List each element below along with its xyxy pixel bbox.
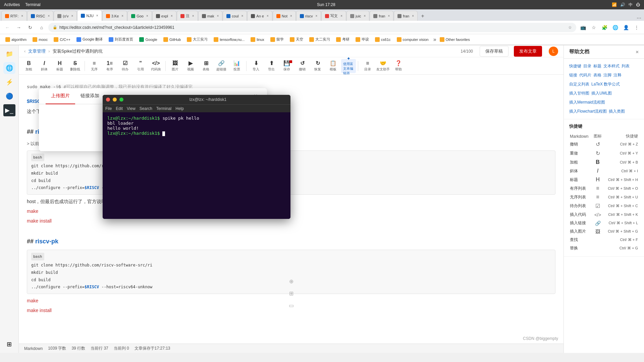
toolbar-ordered[interactable]: 1≡ 有序 [102,59,117,73]
tab-extras-icon[interactable]: ⋯ [637,15,641,21]
bookmark-cs61c[interactable]: cs61c [372,36,393,44]
toolbar-template[interactable]: 📋 模板 [326,59,340,73]
user-avatar[interactable]: L [549,47,558,56]
toolbar-save[interactable]: 💾 保存 [279,59,294,73]
right-link-toc[interactable]: 目录 [583,63,591,70]
tab-goog[interactable]: Goo × [127,11,152,21]
toolbar-upload[interactable]: 📊 投票 [229,59,244,73]
tab-close-rtf[interactable]: × [21,14,23,18]
bookmark-cv[interactable]: computer vision [394,36,431,44]
terminal-minimize-button[interactable] [113,98,117,102]
tab-risc[interactable]: RISC × [27,11,53,21]
toolbar-use-classic[interactable]: ✦ 使用富文本编辑器 [341,59,356,73]
right-link-shortcuts[interactable]: 快捷键 [569,63,581,70]
toolbar-heading[interactable]: H 标题 [52,59,67,73]
home-button[interactable]: ⌂ [37,23,46,32]
tab-close-icon1[interactable]: × [192,14,194,18]
toolbar-strikethrough[interactable]: S 删除线 [68,59,83,73]
right-link-latex[interactable]: LaTeX 数学公式 [591,81,620,88]
upload-tab-image[interactable]: 上传图片 [46,88,75,104]
sidebar-vscode-icon[interactable]: ⚡ [3,76,15,88]
bookmark-daer[interactable]: 大二实习 [307,36,333,44]
toolbar-undo[interactable]: ↺ 撤销 [295,59,310,73]
extension-button[interactable]: 🧩 [600,23,609,32]
terminal-menu-search[interactable]: Search [140,106,152,111]
toolbar-code-block[interactable]: </> 代码块 [149,59,163,73]
tab-nju[interactable]: NJU × [77,10,102,21]
toolbar-friend-help[interactable]: 🤝 友文助手 [376,59,390,73]
right-link-comment[interactable]: 注释 [613,72,622,79]
translate-button[interactable]: 🌐 [610,23,620,32]
bookmark-cpp[interactable]: C/C++ [51,36,73,44]
bookmark-tiankong[interactable]: 天空 [287,36,306,44]
tab-expl[interactable]: expl × [152,11,176,21]
tab-riscv[interactable]: riscv × [296,11,321,21]
sidebar-apps-icon[interactable]: ⊞ [3,338,15,350]
toolbar-italic[interactable]: I 斜体 [37,59,52,73]
tab-close-not[interactable]: × [290,14,292,18]
tab-close-writing[interactable]: × [340,14,342,18]
tab-close-expl[interactable]: × [171,14,173,18]
bookmark-other[interactable]: Other favorites [437,36,473,44]
bookmark-google-translate[interactable]: Google 翻译 [74,36,106,44]
right-link-custom-list[interactable]: 自定义列表 [569,81,589,88]
tab-mak[interactable]: mak × [198,11,223,21]
menu-button[interactable]: ⋮ [632,23,641,32]
right-link-code[interactable]: 代码片 [579,72,591,79]
right-link-link[interactable]: 链接 [569,72,577,79]
back-button[interactable]: ← [3,23,12,32]
terminal-body[interactable]: lzx@lzx:~/harddisk1$ spike pk hello bbl … [103,112,290,219]
publish-button[interactable]: 发布文章 [514,46,542,57]
sidebar-browser-icon[interactable]: 🌐 [3,62,15,74]
save-draft-button[interactable]: 保存草稿 [480,46,508,57]
tab-close-paren[interactable]: × [71,14,73,18]
tab-close-risc[interactable]: × [48,14,50,18]
right-link-text-style[interactable]: 文本样式 [603,63,620,70]
tab-close-goog[interactable]: × [146,14,148,18]
tab-juic[interactable]: juic × [346,11,369,21]
terminal-close-button[interactable] [106,98,110,102]
bookmark-github[interactable]: GitHub [161,36,183,44]
tab-close-mak[interactable]: × [217,14,219,18]
activities-label[interactable]: Activities [4,2,20,7]
toolbar-quote[interactable]: " 引用 [133,59,148,73]
terminal-menu-help[interactable]: Help [175,106,184,111]
tab-not[interactable]: Not × [273,11,296,21]
refresh-button[interactable]: ↻ [25,23,35,32]
toolbar-help[interactable]: ❓ 帮助 [391,59,406,73]
sidebar-terminal-icon[interactable]: ▶_ [3,104,15,116]
breadcrumb-parent[interactable]: 文章管理 [28,48,46,54]
bottom-icon-target[interactable]: ⊕ [286,277,296,286]
tab-coul[interactable]: coul × [223,11,247,21]
cast-button[interactable]: 📺 [578,23,588,32]
toolbar-table[interactable]: ⊞ 表格 [199,59,213,73]
toolbar-toc[interactable]: ≡ 目录 [360,59,375,73]
address-bar[interactable]: 🔒 https://editor.csdn.net/md?not_checkou… [48,23,576,32]
tab-paren[interactable]: (o'v × [54,11,77,21]
bottom-icon-expand[interactable]: ⊞ [286,289,296,298]
tab-close-fran2[interactable]: × [412,14,414,18]
sidebar-thunder-icon[interactable]: 🔵 [3,90,15,102]
profile-button[interactable]: 👤 [621,23,631,32]
toolbar-link[interactable]: 🔗 超链接 [214,59,229,73]
tab-3k[interactable]: 3.Ke × [102,11,127,21]
toolbar-bold[interactable]: B 加粗 [21,59,36,73]
bookmark-tensorflow[interactable]: tensorflow,nu... [211,36,247,44]
bookmark-baidu[interactable]: 到百度首页 [106,36,136,44]
toolbar-image[interactable]: 🖼 图片 [168,59,182,73]
tab-close-3k[interactable]: × [121,14,123,18]
bookmark-bishe[interactable]: 毕设 [353,36,372,44]
tab-writing[interactable]: 写文 × [321,11,346,21]
terminal-maximize-button[interactable] [119,98,123,102]
terminal-label[interactable]: Terminal [25,2,40,7]
toolbar-video[interactable]: ▶ 视频 [183,59,198,73]
terminal-menu-view[interactable]: View [127,106,136,111]
right-panel-close[interactable]: × [636,49,639,55]
terminal-menu-file[interactable]: File [105,106,112,111]
toolbar-import[interactable]: ⬇ 导入 [249,59,263,73]
bookmark-linux[interactable]: linux [248,36,267,44]
bookmark-algo[interactable]: algorithm [3,36,29,44]
right-link-uml[interactable]: 插入UML图 [591,90,612,97]
bookmark-liuxue[interactable]: 留学 [268,36,286,44]
toolbar-export[interactable]: ⬆ 导出 [264,59,279,73]
